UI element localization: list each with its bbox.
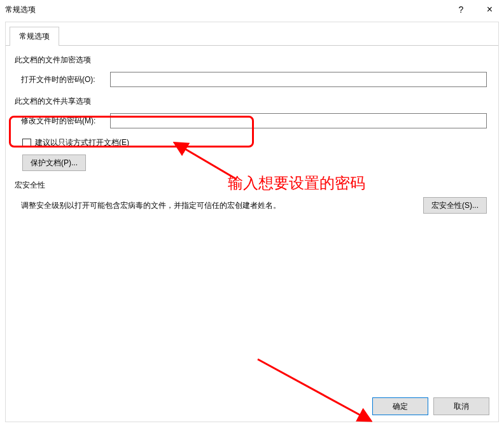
ok-button[interactable]: 确定 (372, 397, 428, 415)
protect-row: 保护文档(P)... (22, 155, 489, 171)
modify-password-row: 修改文件时的密码(M): (21, 113, 489, 128)
dialog-body: 常规选项 此文档的文件加密选项 打开文件时的密码(O): 此文档的文件共享选项 … (5, 22, 499, 422)
readonly-checkbox-row[interactable]: 建议以只读方式打开文档(E) (22, 137, 489, 148)
readonly-checkbox[interactable] (22, 139, 31, 148)
protect-document-button[interactable]: 保护文档(P)... (22, 155, 86, 171)
content: 此文档的文件加密选项 打开文件时的密码(O): 此文档的文件共享选项 修改文件时… (6, 46, 498, 214)
readonly-label: 建议以只读方式打开文档(E) (35, 137, 129, 148)
cancel-button[interactable]: 取消 (433, 397, 489, 415)
macro-description: 调整安全级别以打开可能包含宏病毒的文件，并指定可信任的宏创建者姓名。 (21, 200, 423, 211)
open-password-row: 打开文件时的密码(O): (21, 72, 489, 87)
close-button[interactable]: × (475, 0, 504, 19)
dialog-title: 常规选项 (5, 4, 447, 15)
help-icon: ? (459, 4, 464, 15)
macro-row: 调整安全级别以打开可能包含宏病毒的文件，并指定可信任的宏创建者姓名。 宏安全性(… (21, 197, 487, 214)
modify-password-label: 修改文件时的密码(M): (21, 116, 110, 127)
encrypt-section-label: 此文档的文件加密选项 (15, 55, 489, 65)
titlebar: 常规选项 ? × (0, 0, 504, 19)
close-icon: × (487, 4, 493, 15)
footer-buttons: 确定 取消 (372, 397, 489, 415)
modify-password-input[interactable] (110, 113, 487, 128)
tab-strip: 常规选项 (6, 26, 498, 46)
tab-general[interactable]: 常规选项 (10, 27, 59, 46)
macro-section-label: 宏安全性 (15, 180, 489, 191)
open-password-input[interactable] (110, 72, 487, 87)
macro-security-button[interactable]: 宏安全性(S)... (423, 197, 487, 214)
open-password-label: 打开文件时的密码(O): (21, 74, 110, 85)
help-button[interactable]: ? (447, 0, 475, 19)
share-section-label: 此文档的文件共享选项 (15, 96, 489, 107)
